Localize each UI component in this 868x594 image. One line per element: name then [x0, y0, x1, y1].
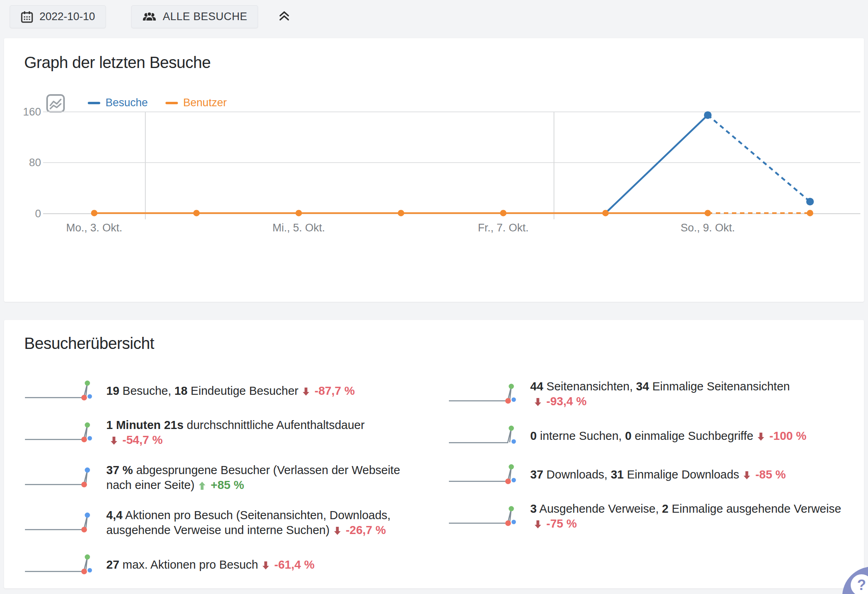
export-image-icon[interactable]	[45, 93, 66, 113]
metric-row: 3 Ausgehende Verweise, 2 Einmalige ausge…	[448, 501, 844, 531]
legend-label-benutzer: Benutzer	[183, 97, 227, 109]
metric-row: 37 % abgesprungene Besucher (Verlassen d…	[24, 463, 420, 493]
evolution-value: -85 %	[755, 468, 786, 481]
evolution-badge: -75 %	[530, 517, 577, 530]
metric-text: 4,4 Aktionen pro Besuch (Seitenansichten…	[106, 508, 420, 538]
metric-text: 37 Downloads, 31 Einmalige Downloads-85 …	[530, 467, 786, 482]
arrow-down-icon	[302, 387, 310, 396]
evolution-badge: +85 %	[194, 479, 244, 491]
legend-item-benutzer[interactable]: Benutzer	[165, 97, 227, 109]
metric-sparkline[interactable]	[448, 382, 521, 406]
metric-text: 1 Minuten 21s durchschnittliche Aufentha…	[106, 418, 420, 448]
metric-row: 4,4 Aktionen pro Besuch (Seitenansichten…	[24, 508, 420, 538]
metrics-column-right: 44 Seitenansichten, 34 Einmalige Seitena…	[448, 379, 844, 531]
evolution-badge: -54,7 %	[106, 433, 163, 446]
evolution-badge: -61,4 %	[258, 558, 314, 571]
metric-sparkline[interactable]	[448, 505, 521, 528]
legend-label-besuche: Besuche	[105, 97, 148, 109]
segment-selector[interactable]: ALLE BESUCHE	[131, 5, 258, 28]
metric-sparkline[interactable]	[448, 424, 521, 448]
y-axis-tick: 0	[4, 208, 41, 220]
visits-graph-card: Graph der letzten Besuche Besuche Benutz…	[4, 38, 864, 302]
evolution-badge: -87,7 %	[298, 384, 355, 397]
metric-row: 27 max. Aktionen pro Besuch-61,4 %	[24, 553, 420, 576]
chevron-double-up-icon	[277, 9, 291, 24]
metric-sparkline[interactable]	[24, 466, 97, 489]
y-axis-tick: 80	[4, 157, 41, 169]
y-axis-tick: 160	[4, 106, 41, 118]
arrow-down-icon	[533, 520, 542, 529]
metric-row: 0 interne Suchen, 0 einmalige Suchbegrif…	[448, 424, 844, 448]
chart-legend: Besuche Benutzer	[88, 97, 227, 109]
evolution-badge: -100 %	[753, 429, 806, 442]
evolution-badge: -85 %	[739, 468, 786, 481]
evolution-value: -61,4 %	[274, 558, 314, 571]
metric-row: 1 Minuten 21s durchschnittliche Aufentha…	[24, 418, 420, 448]
visitors-overview-card: Besucherübersicht 19 Besuche, 18 Eindeut…	[4, 320, 864, 588]
visits-evolution-chart: Besuche Benutzer 160 80 0 Mo., 3. Okt. M…	[4, 82, 864, 287]
legend-swatch-besuche	[88, 102, 100, 104]
evolution-badge: -26,7 %	[330, 524, 386, 536]
metric-sparkline[interactable]	[24, 421, 97, 444]
arrow-down-icon	[756, 432, 765, 441]
evolution-value: -93,4 %	[546, 395, 587, 408]
arrow-down-icon	[742, 470, 751, 480]
metrics-grid: 19 Besuche, 18 Eindeutige Besucher-87,7 …	[24, 379, 844, 576]
evolution-value: +85 %	[211, 479, 244, 491]
evolution-value: -54,7 %	[122, 433, 163, 446]
metric-sparkline[interactable]	[24, 379, 97, 402]
date-range-label: 2022-10-10	[39, 10, 95, 23]
arrow-down-icon	[533, 397, 542, 407]
metric-text: 3 Ausgehende Verweise, 2 Einmalige ausge…	[530, 501, 844, 531]
x-axis-tick: So., 9. Okt.	[659, 222, 756, 234]
metric-text: 37 % abgesprungene Besucher (Verlassen d…	[106, 463, 420, 493]
metric-text: 27 max. Aktionen pro Besuch-61,4 %	[106, 557, 314, 572]
metric-row: 44 Seitenansichten, 34 Einmalige Seitena…	[448, 379, 844, 409]
evolution-value: -75 %	[546, 517, 577, 530]
segment-label: ALLE BESUCHE	[163, 10, 247, 23]
metric-sparkline[interactable]	[448, 463, 521, 486]
date-range-selector[interactable]: 2022-10-10	[10, 5, 106, 28]
metric-text: 44 Seitenansichten, 34 Einmalige Seitena…	[530, 379, 844, 409]
arrow-up-icon	[198, 481, 207, 491]
evolution-badge: -93,4 %	[530, 395, 587, 408]
x-axis-tick: Fr., 7. Okt.	[455, 222, 552, 234]
metrics-column-left: 19 Besuche, 18 Eindeutige Besucher-87,7 …	[24, 379, 420, 576]
calendar-icon	[21, 10, 33, 23]
arrow-down-icon	[261, 561, 270, 570]
chart-title: Graph der letzten Besuche	[4, 38, 864, 72]
evolution-value: -87,7 %	[314, 384, 355, 397]
legend-item-besuche[interactable]: Besuche	[88, 97, 148, 109]
metric-row: 37 Downloads, 31 Einmalige Downloads-85 …	[448, 463, 844, 486]
visitors-overview-title: Besucherübersicht	[24, 334, 844, 353]
metric-text: 0 interne Suchen, 0 einmalige Suchbegrif…	[530, 429, 806, 443]
users-icon	[142, 11, 157, 23]
metric-sparkline[interactable]	[24, 553, 97, 576]
question-mark-icon: ?	[851, 574, 868, 594]
metric-sparkline[interactable]	[24, 511, 97, 534]
evolution-value: -100 %	[769, 429, 806, 442]
arrow-down-icon	[333, 526, 342, 536]
evolution-value: -26,7 %	[346, 524, 386, 536]
x-axis-tick: Mi., 5. Okt.	[250, 222, 347, 234]
legend-swatch-benutzer	[165, 102, 178, 104]
collapse-selectors-button[interactable]	[272, 5, 297, 28]
top-bar: 2022-10-10 ALLE BESUCHE	[0, 0, 868, 38]
metric-text: 19 Besuche, 18 Eindeutige Besucher-87,7 …	[106, 384, 355, 398]
chart-series-layer[interactable]	[43, 112, 860, 225]
arrow-down-icon	[110, 436, 118, 446]
metric-row: 19 Besuche, 18 Eindeutige Besucher-87,7 …	[24, 379, 420, 402]
x-axis-tick: Mo., 3. Okt.	[46, 222, 143, 234]
